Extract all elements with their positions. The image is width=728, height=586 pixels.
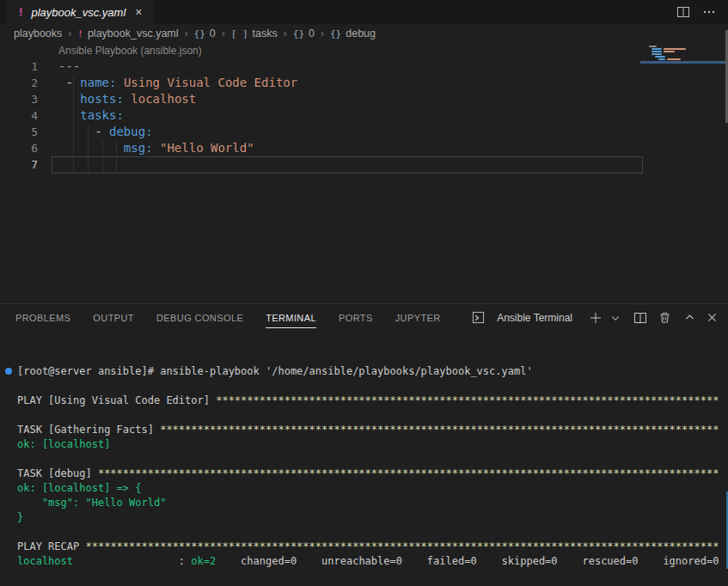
code-text: - name: Using Visual Code Editor: [38, 75, 297, 91]
line-number: 6: [0, 140, 38, 156]
terminal-blank-line: [0, 452, 725, 467]
breadcrumb-separator: ›: [68, 27, 71, 40]
minimap-mark: [649, 46, 657, 47]
vscode-window: ! playbook_vsc.yaml × playbooks›!playboo…: [0, 0, 728, 586]
split-terminal-icon[interactable]: [633, 311, 647, 325]
maximize-panel-icon[interactable]: [684, 312, 695, 323]
panel-tab-ports[interactable]: PORTS: [339, 308, 373, 327]
minimap-mark: [652, 51, 662, 52]
panel-tab-terminal[interactable]: TERMINAL: [266, 308, 316, 328]
terminal-ok-line: ok: [localhost]: [0, 437, 725, 452]
line-number: 2: [0, 75, 38, 91]
breadcrumb-separator: ›: [222, 27, 225, 40]
terminal-output[interactable]: [root@server ansible]# ansible-playbook …: [0, 364, 725, 586]
breadcrumb-label: playbooks: [14, 27, 62, 40]
panel-tab-output[interactable]: OUTPUT: [93, 308, 134, 327]
terminal-recap-header: PLAY RECAP *****************************…: [0, 540, 725, 554]
breadcrumb-item-tasks[interactable]: [ ]tasks: [231, 27, 278, 40]
editor-line-5[interactable]: 5 - debug:: [0, 124, 728, 140]
tab-title: playbook_vsc.yaml: [31, 6, 125, 19]
tab-playbook-vsc-yaml[interactable]: ! playbook_vsc.yaml ×: [7, 0, 153, 24]
close-panel-icon[interactable]: [707, 312, 718, 323]
code-text: hosts: localhost: [38, 91, 196, 107]
code-text: ---: [38, 58, 80, 75]
minimap-mark: [667, 58, 681, 60]
terminal-blank-line: [0, 408, 725, 423]
terminal-icon: [472, 311, 485, 324]
breadcrumb: playbooks›!playbook_vsc.yaml›{}0›[ ]task…: [0, 24, 728, 43]
terminal-task-header: TASK [Gathering Facts] *****************…: [0, 423, 725, 437]
breadcrumb-item-debug[interactable]: {}debug: [330, 27, 376, 40]
code-text: tasks:: [38, 107, 124, 124]
line-number: 4: [0, 107, 38, 124]
profiles-dropdown-icon[interactable]: [610, 313, 621, 323]
terminal-command-line: [root@server ansible]# ansible-playbook …: [0, 364, 725, 379]
split-editor-icon[interactable]: [676, 5, 690, 19]
minimap-mark: [664, 48, 686, 50]
schema-hint[interactable]: Ansible Playbook (ansible.json): [58, 45, 202, 57]
breadcrumb-label: tasks: [253, 27, 278, 40]
breadcrumb-label: debug: [346, 27, 376, 40]
breadcrumb-separator: ›: [321, 27, 324, 40]
minimap-mark: [652, 53, 662, 55]
line-number: 7: [0, 156, 38, 173]
breadcrumb-item-0[interactable]: {}0: [293, 27, 315, 40]
breadcrumb-separator: ›: [185, 27, 188, 40]
editor-line-4[interactable]: 4 tasks:: [0, 107, 728, 124]
line-number: 3: [0, 91, 38, 107]
minimap-mark: [658, 58, 665, 60]
terminal-play-header: PLAY [Using Visual Code Editor] ********…: [0, 394, 725, 408]
kill-terminal-icon[interactable]: [658, 311, 671, 324]
ansible-symbol-icon: !: [77, 28, 83, 40]
minimap[interactable]: [640, 43, 728, 82]
tab-bar: ! playbook_vsc.yaml ×: [0, 0, 728, 24]
object-symbol-icon: {}: [330, 28, 341, 40]
editor[interactable]: Ansible Playbook (ansible.json) 1---2 - …: [0, 43, 728, 303]
terminal-blank-line: [0, 525, 725, 540]
breadcrumb-label: 0: [309, 27, 315, 40]
breadcrumb-label: 0: [210, 27, 216, 40]
current-line-highlight: [52, 156, 643, 174]
terminal-brace-line: }: [0, 510, 725, 525]
breadcrumb-label: playbook_vsc.yaml: [88, 27, 179, 40]
bottom-panel: PROBLEMSOUTPUTDEBUG CONSOLETERMINALPORTS…: [0, 303, 728, 586]
minimap-mark: [655, 56, 665, 58]
breadcrumb-item-playbook-vsc-yaml[interactable]: !playbook_vsc.yaml: [77, 27, 178, 40]
code-text: msg: "Hello World": [38, 140, 254, 156]
panel-tab-debug-console[interactable]: DEBUG CONSOLE: [156, 308, 243, 327]
terminal-actions: Ansible Terminal: [472, 311, 718, 325]
code-text: - debug:: [38, 124, 153, 140]
panel-tab-jupyter[interactable]: JUPYTER: [395, 308, 441, 327]
panel-tab-problems[interactable]: PROBLEMS: [15, 308, 70, 327]
line-number: 1: [0, 58, 38, 75]
line-number: 5: [0, 124, 38, 140]
terminal-ok-line: ok: [localhost] => {: [0, 481, 725, 496]
panel-header: PROBLEMSOUTPUTDEBUG CONSOLETERMINALPORTS…: [0, 304, 728, 331]
terminal-recap-line: localhost : ok=2 changed=0 unreachable=0…: [0, 554, 725, 569]
object-symbol-icon: {}: [194, 28, 205, 40]
breadcrumb-item-playbooks[interactable]: playbooks: [14, 27, 62, 40]
breadcrumb-item-0[interactable]: {}0: [194, 27, 216, 40]
minimap-mark: [664, 51, 675, 52]
new-terminal-icon[interactable]: [589, 311, 603, 325]
editor-line-3[interactable]: 3 hosts: localhost: [0, 91, 728, 107]
ansible-file-icon: !: [17, 5, 24, 19]
editor-line-1[interactable]: 1---: [0, 58, 728, 75]
panel-tabs: PROBLEMSOUTPUTDEBUG CONSOLETERMINALPORTS…: [15, 308, 441, 328]
array-symbol-icon: [ ]: [231, 28, 248, 40]
minimap-current-line: [640, 61, 728, 64]
terminal-session-label[interactable]: Ansible Terminal: [497, 312, 572, 324]
breadcrumb-separator: ›: [284, 27, 287, 40]
terminal-msg-line: "msg": "Hello World": [0, 496, 725, 510]
command-decoration-icon[interactable]: [5, 368, 12, 375]
terminal-task-header: TASK [debug] ***************************…: [0, 467, 725, 481]
editor-line-6[interactable]: 6 msg: "Hello World": [0, 140, 728, 156]
more-actions-icon[interactable]: [702, 5, 716, 19]
object-symbol-icon: {}: [293, 28, 304, 40]
terminal-blank-line: [0, 379, 725, 394]
editor-line-2[interactable]: 2 - name: Using Visual Code Editor: [0, 75, 728, 91]
close-tab-icon[interactable]: ×: [132, 5, 144, 19]
minimap-mark: [652, 48, 662, 50]
editor-actions: [676, 0, 728, 24]
